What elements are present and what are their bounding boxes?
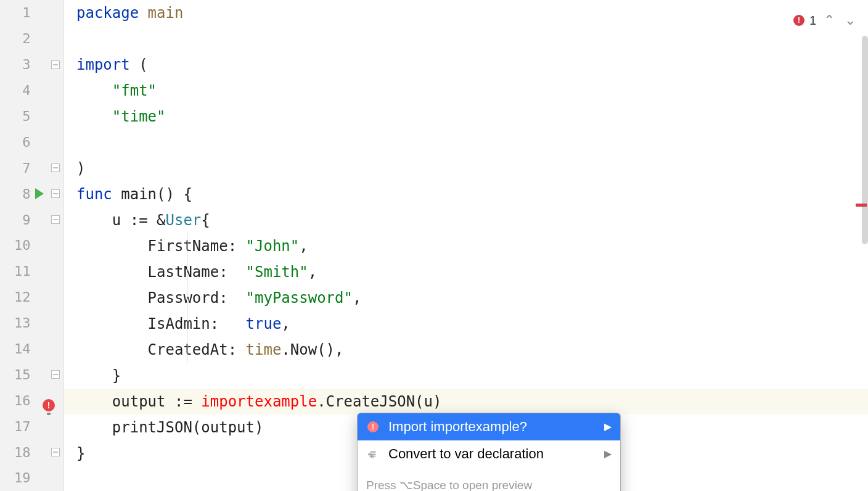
- line-number: 1: [0, 5, 31, 20]
- line-number: 4: [0, 83, 31, 98]
- unresolved-reference: importexample: [201, 389, 317, 415]
- intention-import[interactable]: ! Import importexample? ▶: [358, 413, 620, 440]
- gutter-row: 5: [0, 104, 63, 130]
- gutter-row: 18: [0, 439, 63, 465]
- code-line-2[interactable]: [64, 26, 868, 52]
- code-line-14[interactable]: CreatedAt: time.Now(),: [64, 337, 868, 363]
- code-line-4[interactable]: "fmt": [64, 78, 868, 104]
- gutter-icons: [31, 26, 64, 52]
- gutter-row: 9: [0, 207, 63, 233]
- keyword-package: package: [76, 0, 139, 26]
- code-area[interactable]: ! 1 ⌃ ⌄ package main import ( "fmt" "tim…: [64, 0, 868, 491]
- gutter-icons: [31, 258, 64, 284]
- gutter-icons: [31, 233, 64, 258]
- keyword-func: func: [76, 181, 112, 207]
- gutter-icons: [31, 129, 64, 155]
- gutter-icons: [31, 310, 64, 336]
- line-number: 16: [0, 393, 31, 408]
- line-number: 3: [0, 57, 31, 72]
- gutter-row: 17: [0, 413, 63, 439]
- gutter-row: 8: [0, 181, 63, 207]
- gutter-row: 10: [0, 233, 63, 258]
- line-number: 15: [0, 367, 31, 382]
- gutter-icons: [31, 104, 64, 130]
- gutter-icons: [31, 0, 64, 26]
- intention-bulb-icon[interactable]: !: [43, 399, 55, 411]
- code-line-8[interactable]: func main() {: [64, 181, 868, 207]
- run-icon[interactable]: [35, 188, 44, 199]
- line-number: 11: [0, 263, 31, 279]
- error-bulb-icon: !: [366, 420, 380, 434]
- line-number: 7: [0, 160, 31, 176]
- error-icon: !: [793, 15, 805, 26]
- field-firstname: FirstName:: [148, 233, 237, 259]
- code-line-16[interactable]: output := importexample.CreateJSON(u): [64, 389, 868, 415]
- line-number: 13: [0, 315, 31, 331]
- line-number: 8: [0, 186, 31, 202]
- error-stripe-marker[interactable]: [856, 204, 867, 207]
- next-error-icon[interactable]: ⌄: [842, 7, 858, 33]
- fold-icon[interactable]: [51, 189, 60, 198]
- gutter-row: 15: [0, 361, 63, 387]
- line-number: 19: [0, 470, 31, 485]
- gutter-row: 7: [0, 155, 63, 181]
- line-number: 12: [0, 289, 31, 305]
- line-number: 5: [0, 109, 31, 124]
- gutter: 12345678910111213141516!171819: [0, 0, 64, 491]
- gutter-row: 11: [0, 258, 63, 284]
- fold-icon[interactable]: [51, 370, 60, 379]
- gutter-icons: [31, 207, 64, 233]
- gutter-row: 2: [0, 26, 63, 52]
- prev-error-icon[interactable]: ⌃: [821, 7, 837, 33]
- code-line-10[interactable]: FirstName: "John",: [64, 233, 868, 259]
- line-number: 14: [0, 341, 31, 357]
- gutter-row: 13: [0, 310, 63, 336]
- line-number: 10: [0, 237, 31, 253]
- gutter-icons: [31, 361, 64, 387]
- intention-hint: Press ⌥Space to open preview: [358, 468, 620, 491]
- inspection-widget[interactable]: ! 1 ⌃ ⌄: [793, 7, 858, 33]
- error-count: 1: [809, 7, 816, 33]
- gutter-icons: [31, 155, 64, 181]
- code-line-5[interactable]: "time": [64, 104, 868, 130]
- gutter-row: 14: [0, 336, 63, 362]
- gutter-icons: !: [31, 387, 64, 413]
- gutter-row: 16!: [0, 387, 63, 413]
- code-line-1[interactable]: package main: [64, 0, 868, 26]
- field-isadmin: IsAdmin:: [148, 311, 219, 337]
- code-line-12[interactable]: Password: "myPassword",: [64, 285, 868, 311]
- field-lastname: LastName:: [148, 259, 228, 285]
- code-line-6[interactable]: [64, 130, 868, 155]
- keyword-import: import: [76, 52, 130, 78]
- fold-icon[interactable]: [51, 60, 60, 69]
- package-name: main: [148, 0, 184, 26]
- code-line-9[interactable]: u := &User{: [64, 207, 868, 233]
- code-line-13[interactable]: IsAdmin: true,: [64, 311, 868, 337]
- gutter-icons: [31, 413, 64, 439]
- edit-icon: [366, 447, 380, 461]
- import-time: "time": [112, 104, 166, 130]
- code-line-7[interactable]: ): [64, 155, 868, 181]
- call-printjson: printJSON(output): [112, 415, 264, 440]
- gutter-row: 12: [0, 284, 63, 310]
- fold-icon[interactable]: [51, 215, 60, 224]
- gutter-row: 1: [0, 0, 63, 26]
- submenu-arrow-icon: ▶: [604, 414, 612, 440]
- line-number: 6: [0, 134, 31, 150]
- fold-icon[interactable]: [51, 448, 60, 456]
- scrollbar-thumb[interactable]: [862, 36, 868, 244]
- code-line-15[interactable]: }: [64, 363, 868, 389]
- func-main: main: [121, 181, 157, 207]
- gutter-icons: [31, 181, 64, 207]
- code-line-11[interactable]: LastName: "Smith",: [64, 259, 868, 285]
- intention-convert-var[interactable]: Convert to var declaration ▶: [358, 440, 620, 468]
- gutter-icons: [31, 78, 64, 104]
- gutter-row: 3: [0, 52, 63, 78]
- code-line-3[interactable]: import (: [64, 52, 868, 78]
- gutter-icons: [31, 52, 64, 78]
- field-password: Password:: [148, 285, 228, 311]
- fold-icon[interactable]: [51, 163, 60, 172]
- line-number: 9: [0, 212, 31, 228]
- intention-import-label: Import importexample?: [388, 414, 527, 440]
- import-fmt: "fmt": [112, 78, 157, 104]
